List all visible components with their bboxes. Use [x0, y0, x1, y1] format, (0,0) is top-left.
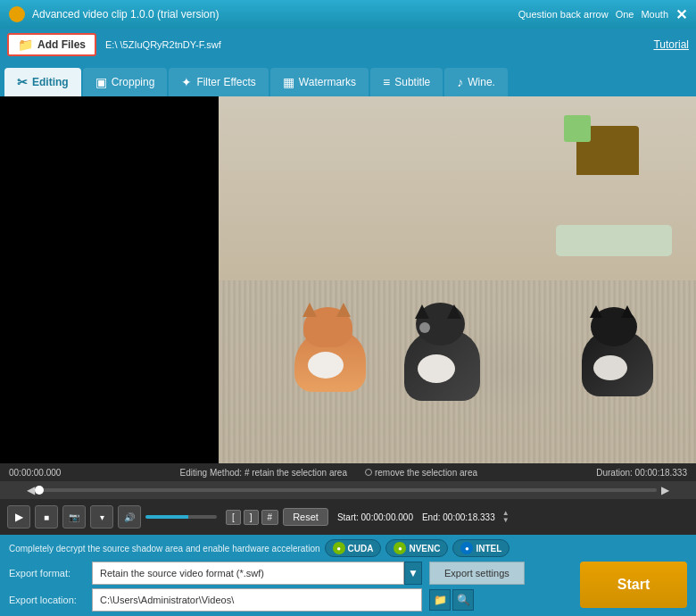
format-label: Export format: — [9, 568, 85, 579]
app-title: Advanced video clip 1.0.0 (trial version… — [32, 8, 518, 21]
volume-slider[interactable] — [145, 515, 217, 519]
location-input[interactable] — [92, 588, 422, 612]
cuda-badge[interactable]: ● CUDA — [325, 539, 382, 557]
toolbar: 📁 Add Files E:\ \5ZIuQRyR2tnDY-F.swf Tut… — [0, 29, 696, 61]
scene-object — [564, 115, 591, 142]
reset-button[interactable]: Reset — [283, 508, 328, 526]
folder-icon: 📁 — [18, 37, 33, 52]
tutorial-link[interactable]: Tutorial — [653, 38, 689, 51]
tab-filter-effects[interactable]: ✦ Filter Effects — [169, 68, 268, 96]
timeline-left-btn[interactable]: ◀ — [27, 484, 35, 496]
format-input[interactable] — [92, 562, 404, 585]
nvenc-badge[interactable]: ● NVENC — [385, 539, 448, 557]
intel-label: INTEL — [476, 544, 501, 554]
time-down-arrow[interactable]: ▼ — [502, 517, 510, 524]
nvenc-label: NVENC — [409, 544, 440, 554]
export-location-row: Export location: 📁 🔍 — [9, 588, 573, 612]
cuda-icon: ● — [333, 542, 345, 554]
format-select-wrapper: ▼ — [92, 562, 422, 585]
video-left-panel — [0, 96, 219, 463]
current-time: 00:00:00.000 — [9, 468, 61, 478]
tab-watermarks-label: Watermarks — [299, 76, 356, 88]
segment-mark-btn[interactable]: # — [261, 510, 279, 525]
tab-editing[interactable]: ✂ Editing — [4, 68, 81, 96]
close-button[interactable]: ✕ — [675, 6, 687, 23]
main-content: 00:00:00.000 Editing Method: # retain th… — [0, 96, 696, 535]
video-frame — [219, 96, 696, 463]
filter-icon: ✦ — [181, 75, 192, 89]
start-button[interactable]: Start — [580, 562, 687, 608]
segment-start-btn[interactable]: [ — [226, 510, 241, 525]
nvenc-icon: ● — [394, 542, 406, 554]
subtitle-icon: ≡ — [383, 75, 390, 89]
format-dropdown-btn[interactable]: ▼ — [404, 562, 422, 585]
end-time: End: 00:00:18.333 — [422, 512, 495, 522]
watermark-icon: ▦ — [283, 75, 294, 89]
cuda-label: CUDA — [348, 544, 374, 554]
remove-option[interactable]: remove the selection area — [365, 468, 477, 478]
duration-label: Duration: 00:00:18.333 — [596, 468, 687, 478]
segment-buttons: [ ] # — [226, 510, 278, 525]
title-bar: Advanced video clip 1.0.0 (trial version… — [0, 0, 696, 29]
editing-method-label: Editing Method: # retain the selection a… — [180, 468, 347, 478]
cat-3 — [577, 303, 658, 396]
add-files-button[interactable]: 📁 Add Files — [7, 33, 96, 56]
controls-bar: ▶ ■ 📷 ▾ 🔊 [ ] # Reset Start: 00:00:00.00… — [0, 499, 696, 535]
intel-icon: ● — [460, 542, 473, 554]
tab-subtitle[interactable]: ≡ Subtitle — [370, 68, 443, 96]
tab-wine-label: Wine. — [468, 76, 495, 88]
search-location-btn[interactable]: 🔍 — [452, 589, 474, 611]
bottom-section: Completely decrypt the source shadow are… — [0, 535, 696, 616]
timeline-center-info: Editing Method: # retain the selection a… — [79, 468, 578, 478]
app-icon — [9, 6, 25, 22]
hardware-row: Completely decrypt the source shadow are… — [9, 539, 687, 557]
play-button[interactable]: ▶ — [7, 505, 30, 529]
scrubber-thumb[interactable] — [35, 486, 44, 495]
intel-badge[interactable]: ● INTEL — [452, 539, 510, 557]
remove-label: remove the selection area — [375, 468, 477, 478]
timeline-info: 00:00:00.000 Editing Method: # retain th… — [0, 463, 696, 481]
export-fields: Export format: ▼ Export settings Export … — [9, 562, 573, 612]
crop-icon: ▣ — [95, 75, 107, 89]
cat-1 — [290, 303, 370, 392]
tab-filter-label: Filter Effects — [196, 76, 255, 88]
file-path: E:\ \5ZIuQRyR2tnDY-F.swf — [105, 39, 653, 50]
title-bar-controls: Question back arrow One Mouth ✕ — [518, 6, 687, 23]
snapshot-arrow-button[interactable]: ▾ — [90, 505, 113, 529]
app-window: Advanced video clip 1.0.0 (trial version… — [0, 0, 696, 616]
video-preview — [219, 96, 696, 463]
timeline-right-btn[interactable]: ▶ — [661, 484, 669, 496]
nav-question[interactable]: Question back arrow — [518, 9, 609, 20]
scrubber-track[interactable] — [39, 488, 657, 492]
add-files-label: Add Files — [37, 38, 86, 51]
browse-folder-btn[interactable]: 📁 — [429, 589, 451, 611]
cat-2 — [400, 303, 485, 401]
tab-subtitle-label: Subtitle — [394, 76, 430, 88]
tab-editing-label: Editing — [32, 76, 69, 88]
nav-one[interactable]: One — [616, 9, 634, 20]
tab-watermarks[interactable]: ▦ Watermarks — [270, 68, 369, 96]
start-time: Start: 00:00:00.000 — [337, 512, 413, 522]
nav-mouth[interactable]: Mouth — [641, 9, 668, 20]
export-settings-button[interactable]: Export settings — [429, 562, 525, 585]
snapshot-button[interactable]: 📷 — [62, 505, 86, 529]
tab-cropping-label: Cropping — [112, 76, 155, 88]
pillow — [556, 225, 672, 256]
hardware-label: Completely decrypt the source shadow are… — [9, 544, 320, 554]
location-label: Export location: — [9, 595, 85, 605]
timeline-scrubber: ◀ ▶ — [0, 481, 696, 499]
location-icons: 📁 🔍 — [429, 589, 474, 611]
time-adjust-arrows[interactable]: ▲ ▼ — [502, 510, 510, 524]
volume-icon: 🔊 — [118, 505, 141, 529]
video-area — [0, 96, 696, 463]
segment-end-btn[interactable]: ] — [244, 510, 259, 525]
music-icon: ♪ — [457, 75, 463, 89]
tab-wine[interactable]: ♪ Wine. — [444, 68, 508, 96]
export-and-start: Export format: ▼ Export settings Export … — [9, 562, 687, 612]
stop-button[interactable]: ■ — [35, 505, 58, 529]
radio-remove[interactable] — [365, 469, 372, 476]
tab-bar: ✂ Editing ▣ Cropping ✦ Filter Effects ▦ … — [0, 61, 696, 96]
tab-cropping[interactable]: ▣ Cropping — [83, 68, 168, 96]
export-format-row: Export format: ▼ Export settings — [9, 562, 573, 585]
scissors-icon: ✂ — [17, 75, 28, 89]
